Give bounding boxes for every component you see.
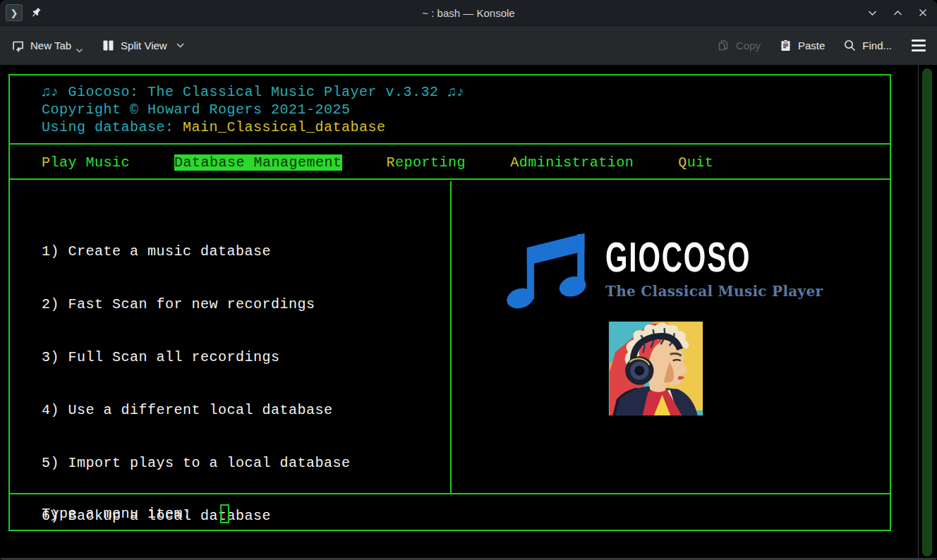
paste-label: Paste xyxy=(798,39,825,51)
music-note-icon xyxy=(507,231,591,310)
copy-button[interactable]: Copy xyxy=(717,39,761,52)
chevron-down-icon xyxy=(176,42,185,49)
giocoso-tui-frame: ♫♪ Giocoso: The Classical Music Player v… xyxy=(8,74,891,531)
minimize-button[interactable] xyxy=(862,3,882,23)
toolbar: New Tab Split View Copy xyxy=(0,25,937,65)
new-tab-label: New Tab xyxy=(30,39,71,51)
prompt-row[interactable]: Type a menu item: xyxy=(10,496,890,531)
menu-option-2: 2) Fast Scan for new recordings xyxy=(42,296,450,313)
branding-panel: GIOCOSO The Classical Music Player xyxy=(452,181,890,493)
hamburger-menu-button[interactable] xyxy=(910,37,927,54)
terminal-view[interactable]: ♫♪ Giocoso: The Classical Music Player v… xyxy=(0,65,937,560)
copy-label: Copy xyxy=(736,39,761,51)
app-title: ♫♪ Giocoso: The Classical Music Player v… xyxy=(42,83,890,101)
brand-wordmark: GIOCOSO xyxy=(605,236,806,278)
split-view-button[interactable]: Split View xyxy=(102,39,185,52)
scrollbar-track-divider xyxy=(918,65,919,560)
hamburger-icon xyxy=(912,39,926,42)
close-icon xyxy=(918,8,928,18)
window-title: ~ : bash — Konsole xyxy=(0,7,937,19)
paste-button[interactable]: Paste xyxy=(779,39,825,52)
brand-tagline: The Classical Music Player xyxy=(605,283,823,300)
menubar-item-quit[interactable]: Quit xyxy=(678,154,713,171)
database-name: Main_Classical_database xyxy=(183,119,386,135)
tui-menubar: Play Music Database Management Reporting… xyxy=(10,146,890,180)
find-button[interactable]: Find... xyxy=(843,39,892,52)
new-tab-button[interactable]: New Tab xyxy=(11,38,83,54)
database-line: Using database: Main_Classical_database xyxy=(42,118,890,136)
copyright-line: Copyright © Howard Rogers 2021-2025 xyxy=(42,101,890,118)
new-tab-icon xyxy=(11,39,25,52)
menu-option-4: 4) Use a different local database xyxy=(42,401,450,419)
konsole-window: ❯ ~ : bash — Konsole xyxy=(0,0,937,560)
close-button[interactable] xyxy=(913,3,933,23)
search-icon xyxy=(843,39,857,52)
prompt-label: Type a menu item: xyxy=(42,506,192,522)
find-label: Find... xyxy=(862,39,892,51)
beethoven-pop-art-image xyxy=(608,321,703,416)
titlebar: ❯ ~ : bash — Konsole xyxy=(0,0,937,25)
chevron-up-icon xyxy=(893,8,903,18)
menubar-item-database-management[interactable]: Database Management xyxy=(174,154,342,171)
terminal-cursor[interactable] xyxy=(220,504,229,523)
tui-header: ♫♪ Giocoso: The Classical Music Player v… xyxy=(10,75,890,145)
chevron-down-icon xyxy=(867,8,878,18)
paste-icon xyxy=(779,39,792,52)
split-view-label: Split View xyxy=(121,39,167,51)
chevron-down-icon xyxy=(75,48,83,54)
scrollbar-thumb[interactable] xyxy=(922,68,932,556)
copy-icon xyxy=(717,39,730,52)
menu-option-5: 5) Import plays to a local database xyxy=(42,454,450,472)
menubar-item-play-music[interactable]: Play Music xyxy=(42,154,130,171)
menubar-item-administration[interactable]: Administration xyxy=(510,154,634,171)
menu-options-panel: 1) Create a music database 2) Fast Scan … xyxy=(10,181,452,493)
menubar-item-reporting[interactable]: Reporting xyxy=(387,154,466,171)
maximize-button[interactable] xyxy=(888,3,907,23)
menu-option-3: 3) Full Scan all recordings xyxy=(42,348,450,366)
split-view-icon xyxy=(102,39,115,52)
menu-option-1: 1) Create a music database xyxy=(42,243,450,260)
